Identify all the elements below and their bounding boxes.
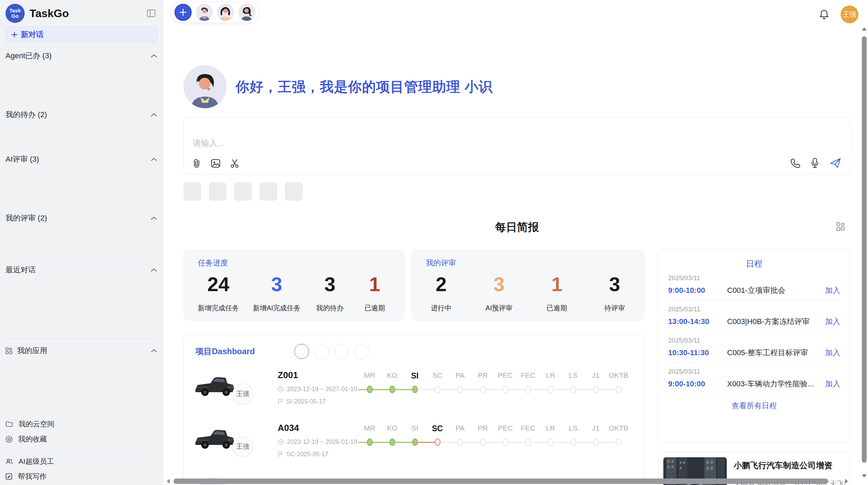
sidebar-item[interactable] [5,226,157,240]
new-chat-button[interactable]: 新对话 [5,27,157,42]
avatar[interactable] [196,4,213,21]
collapse-sidebar-icon[interactable] [145,7,157,20]
sidebar-item[interactable] [5,307,157,321]
sidebar-item[interactable] [5,196,157,210]
sidebar-item-my-apps[interactable]: 我的应用 [5,343,157,359]
news-title: 小鹏飞行汽车制造公司增资 [734,460,845,471]
suggestion-chip[interactable] [285,182,303,201]
sidebar-item[interactable] [5,123,157,137]
milestone-dot[interactable] [367,438,373,446]
suggestion-chip[interactable] [209,182,227,201]
project-row[interactable]: 王强 A034 2023-12-19 ~ 2026-01-19 SC-2025-… [192,421,636,464]
sidebar-item[interactable] [5,64,157,78]
notification-bell-icon[interactable] [819,9,829,20]
milestone-dot[interactable] [389,386,395,393]
milestone-dot[interactable] [480,386,486,393]
user-avatar[interactable]: 王强 [841,5,858,23]
my-apps-subitem[interactable] [5,373,157,388]
vertical-scrollbar[interactable] [862,26,867,478]
sidebar-item-help-me-write[interactable]: 帮我写作 [5,469,157,484]
vertical-scroll-thumb[interactable] [862,36,867,463]
milestone-dot[interactable] [412,386,418,393]
suggestion-chip[interactable] [234,182,252,201]
suggestion-chip[interactable] [183,182,201,201]
sidebar-item[interactable] [5,137,157,151]
horizontal-scroll-thumb[interactable] [173,478,828,484]
stat-value: 2 [426,273,457,296]
milestone-label: PR [471,424,494,437]
sidebar-item-favorites[interactable]: 我的收藏 [5,432,157,447]
sidebar-group-header[interactable]: 最近对话 [5,262,157,278]
sidebar-group-header[interactable]: AI评审 (3) [5,151,157,167]
sidebar-item[interactable] [5,78,157,92]
sidebar-item[interactable] [5,167,157,182]
horizontal-scrollbar[interactable] [166,478,849,484]
image-icon[interactable] [210,158,221,169]
sidebar-group-header[interactable]: 我的评审 (2) [5,210,157,226]
scroll-down-arrow[interactable] [862,474,867,477]
join-link[interactable]: 加入 [825,379,840,389]
milestone-dot[interactable] [548,438,554,446]
milestone-dot[interactable] [616,438,622,446]
milestone-dot[interactable] [435,386,441,393]
send-icon[interactable] [830,158,841,169]
sidebar-item[interactable] [5,278,157,292]
scissors-icon[interactable] [230,158,240,169]
stat-label: 已逾期 [541,303,572,313]
milestone-dot[interactable] [525,438,531,446]
milestone-dot[interactable] [570,386,576,393]
sidebar-item-cloud-space[interactable]: 我的云空间 [5,416,157,432]
phone-call-icon[interactable] [790,158,800,168]
scroll-left-arrow[interactable] [167,479,170,484]
my-apps-subitem[interactable] [5,359,157,373]
milestone-dot[interactable] [616,386,622,393]
join-link[interactable]: 加入 [825,285,840,296]
sidebar-item[interactable] [5,92,157,107]
avatar[interactable] [238,4,255,21]
view-all-schedule-link[interactable]: 查看所有日程 [668,401,840,411]
sidebar-scroll-area[interactable]: Agent已办 (3) 我的待办 (2) AI评审 (3) 我的评审 (2) 最… [5,48,157,485]
chat-input[interactable] [193,138,741,160]
milestone-dot[interactable] [412,438,418,446]
my-apps-subitem[interactable] [5,402,157,416]
scroll-right-arrow[interactable] [845,479,848,484]
flag-icon [278,399,283,405]
milestone-dot[interactable] [389,438,395,446]
milestone-label: PR [471,371,494,384]
milestone-dot[interactable] [367,386,373,393]
attachment-icon[interactable] [192,158,202,169]
milestone-dot[interactable] [570,438,576,446]
milestone-dot[interactable] [593,386,599,393]
milestone-dot[interactable] [593,438,599,446]
milestone-dot[interactable] [503,386,508,393]
milestone-dot[interactable] [480,438,486,446]
milestone-dot[interactable] [457,438,463,446]
add-session-button[interactable] [174,4,192,21]
suggestion-chip[interactable] [260,182,277,201]
sidebar-item-ai-super-staff[interactable]: AI超级员工 [5,454,157,469]
layout-grid-icon[interactable] [835,221,846,232]
sidebar-item[interactable] [5,182,157,196]
join-link[interactable]: 加入 [825,316,840,327]
sidebar-group-header[interactable]: 我的待办 (2) [5,107,157,123]
avatar[interactable] [217,4,234,21]
milestone-dot[interactable] [548,386,554,393]
sidebar-item[interactable] [5,321,157,335]
join-link[interactable]: 加入 [825,348,840,358]
sidebar-group-header[interactable]: Agent已办 (3) [5,48,157,64]
scroll-up-arrow[interactable] [862,27,867,30]
dashboard-filter[interactable] [294,344,309,359]
project-row[interactable]: 王强 Z001 2023-12-19 ~ 2027-01-19 SI-2025-… [192,369,636,412]
milestone-dot[interactable] [525,386,531,393]
milestone-dot[interactable] [457,386,463,393]
dashboard-filter[interactable] [314,344,329,359]
milestone-dot[interactable] [503,438,508,446]
microphone-icon[interactable] [810,158,819,169]
sidebar-item[interactable] [5,292,157,307]
milestone-dot[interactable] [435,438,441,446]
dashboard-filter[interactable] [334,344,349,359]
dashboard-filter[interactable] [354,344,369,359]
input-tools-left [192,158,240,169]
sidebar-item[interactable] [5,240,157,255]
my-apps-subitem[interactable] [5,388,157,402]
